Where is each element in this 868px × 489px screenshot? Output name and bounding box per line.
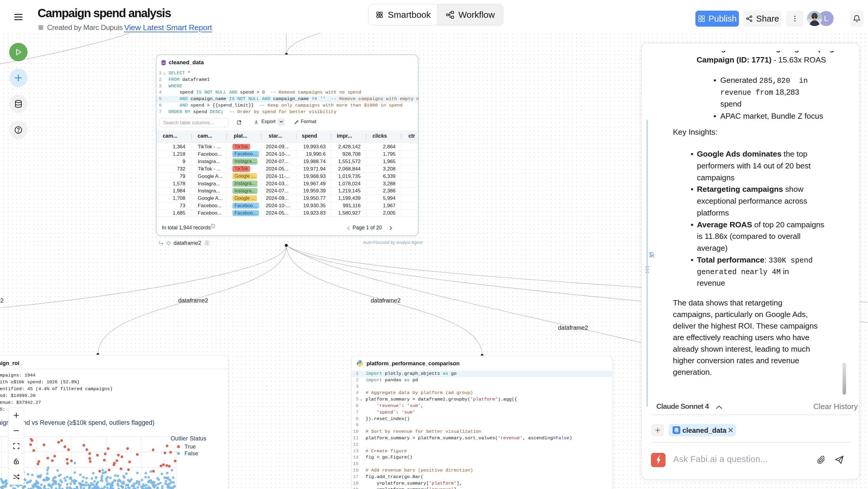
svg-text:SQL: SQL xyxy=(162,62,165,64)
svg-text:SQL: SQL xyxy=(675,431,678,433)
